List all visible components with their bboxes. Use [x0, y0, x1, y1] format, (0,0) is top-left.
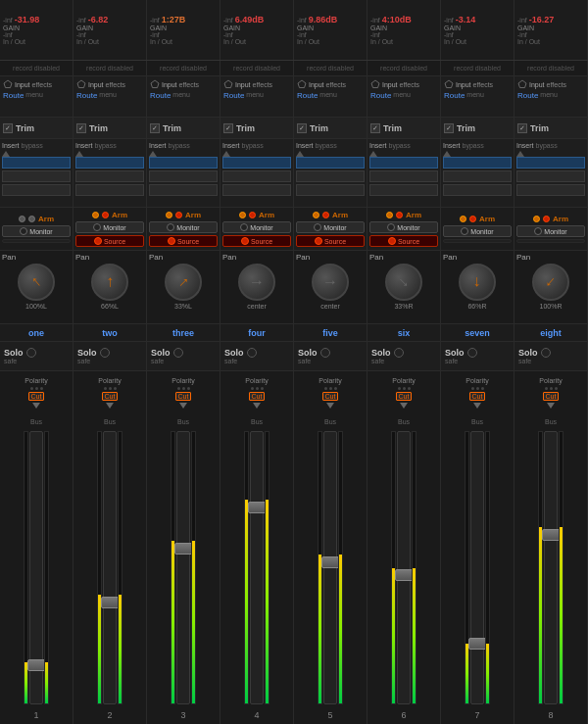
solo-button[interactable] — [26, 348, 36, 358]
insert-slot-2[interactable] — [516, 170, 585, 182]
insert-slot-3[interactable] — [443, 184, 512, 196]
trim-checkbox[interactable] — [444, 123, 454, 133]
monitor-button[interactable]: Monitor — [75, 221, 144, 233]
insert-slot-3[interactable] — [369, 184, 438, 196]
fader-track[interactable] — [29, 431, 43, 704]
arm-dot-1[interactable] — [460, 216, 466, 222]
pan-knob[interactable]: → — [385, 264, 422, 301]
insert-slot-1[interactable] — [516, 157, 585, 169]
pan-knob[interactable]: → — [532, 264, 569, 301]
insert-slot-1[interactable] — [443, 157, 512, 169]
arm-dot-2[interactable] — [102, 212, 109, 218]
name-cell-8[interactable]: eight — [514, 324, 588, 341]
arm-dot-1[interactable] — [166, 212, 172, 218]
monitor-button[interactable]: Monitor — [443, 225, 512, 237]
trim-checkbox[interactable] — [517, 123, 527, 133]
insert-slot-3[interactable] — [75, 184, 144, 196]
arm-dot-1[interactable] — [19, 216, 25, 222]
arm-dot-2[interactable] — [469, 216, 476, 222]
solo-button[interactable] — [320, 348, 330, 358]
cut-button[interactable]: Cut — [249, 392, 266, 401]
name-cell-7[interactable]: seven — [441, 324, 514, 341]
cut-button[interactable]: Cut — [175, 392, 192, 401]
monitor-button[interactable]: Monitor — [222, 221, 291, 233]
pan-knob[interactable]: → — [91, 264, 128, 301]
name-cell-4[interactable]: four — [220, 324, 294, 341]
arm-dot-2[interactable] — [322, 212, 329, 218]
pan-knob[interactable]: → — [18, 264, 55, 301]
fader-track[interactable] — [544, 431, 558, 704]
pan-knob[interactable]: → — [312, 264, 349, 301]
pan-knob[interactable]: → — [165, 264, 202, 301]
solo-button[interactable] — [541, 348, 551, 358]
arm-dot-1[interactable] — [313, 212, 319, 218]
cut-button[interactable]: Cut — [322, 392, 339, 401]
cut-button[interactable]: Cut — [102, 392, 119, 401]
cut-button[interactable]: Cut — [28, 392, 45, 401]
route-button[interactable]: Route — [517, 91, 538, 100]
solo-button[interactable] — [247, 348, 257, 358]
insert-slot-3[interactable] — [516, 184, 585, 196]
monitor-button[interactable]: Monitor — [516, 225, 585, 237]
trim-checkbox[interactable] — [3, 123, 13, 133]
name-cell-5[interactable]: five — [294, 324, 368, 341]
name-cell-1[interactable]: one — [0, 324, 74, 341]
source-button[interactable]: Source — [75, 235, 144, 247]
pan-knob[interactable]: → — [238, 264, 275, 301]
source-button[interactable]: Source — [369, 235, 438, 247]
insert-slot-2[interactable] — [149, 170, 218, 182]
insert-slot-1[interactable] — [222, 157, 291, 169]
monitor-button[interactable]: Monitor — [369, 221, 438, 233]
insert-slot-3[interactable] — [296, 184, 365, 196]
source-button[interactable]: Source — [222, 235, 291, 247]
insert-slot-2[interactable] — [75, 170, 144, 182]
fader-track[interactable] — [176, 431, 190, 704]
insert-slot-1[interactable] — [75, 157, 144, 169]
insert-slot-3[interactable] — [222, 184, 291, 196]
name-cell-3[interactable]: three — [147, 324, 220, 341]
name-cell-6[interactable]: six — [368, 324, 441, 341]
trim-checkbox[interactable] — [76, 123, 86, 133]
route-button[interactable]: Route — [297, 91, 318, 100]
fader-track[interactable] — [323, 431, 337, 704]
monitor-button[interactable]: Monitor — [2, 225, 71, 237]
insert-slot-1[interactable] — [296, 157, 365, 169]
arm-dot-1[interactable] — [239, 212, 246, 218]
trim-checkbox[interactable] — [150, 123, 160, 133]
trim-checkbox[interactable] — [223, 123, 233, 133]
source-button[interactable]: Source — [149, 235, 218, 247]
arm-dot-1[interactable] — [533, 216, 540, 222]
monitor-button[interactable]: Monitor — [296, 221, 365, 233]
fader-track[interactable] — [470, 431, 484, 704]
arm-dot-2[interactable] — [543, 216, 550, 222]
route-button[interactable]: Route — [3, 91, 24, 100]
insert-slot-1[interactable] — [2, 157, 71, 169]
insert-slot-2[interactable] — [2, 170, 71, 182]
insert-slot-2[interactable] — [222, 170, 291, 182]
trim-checkbox[interactable] — [297, 123, 307, 133]
arm-dot-1[interactable] — [92, 212, 99, 218]
insert-slot-3[interactable] — [2, 184, 71, 196]
insert-slot-2[interactable] — [296, 170, 365, 182]
arm-dot-2[interactable] — [175, 212, 182, 218]
cut-button[interactable]: Cut — [469, 392, 486, 401]
arm-dot-2[interactable] — [249, 212, 256, 218]
name-cell-2[interactable]: two — [74, 324, 147, 341]
route-button[interactable]: Route — [76, 91, 97, 100]
insert-slot-2[interactable] — [443, 170, 512, 182]
arm-dot-1[interactable] — [386, 212, 393, 218]
insert-slot-2[interactable] — [369, 170, 438, 182]
solo-button[interactable] — [467, 348, 477, 358]
route-button[interactable]: Route — [370, 91, 391, 100]
arm-dot-2[interactable] — [28, 216, 35, 222]
trim-checkbox[interactable] — [370, 123, 380, 133]
cut-button[interactable]: Cut — [543, 392, 560, 401]
source-button[interactable]: Source — [296, 235, 365, 247]
cut-button[interactable]: Cut — [396, 392, 413, 401]
fader-track[interactable] — [103, 431, 117, 704]
route-button[interactable]: Route — [223, 91, 244, 100]
solo-button[interactable] — [100, 348, 110, 358]
pan-knob[interactable]: → — [459, 264, 496, 301]
solo-button[interactable] — [394, 348, 404, 358]
solo-button[interactable] — [173, 348, 183, 358]
